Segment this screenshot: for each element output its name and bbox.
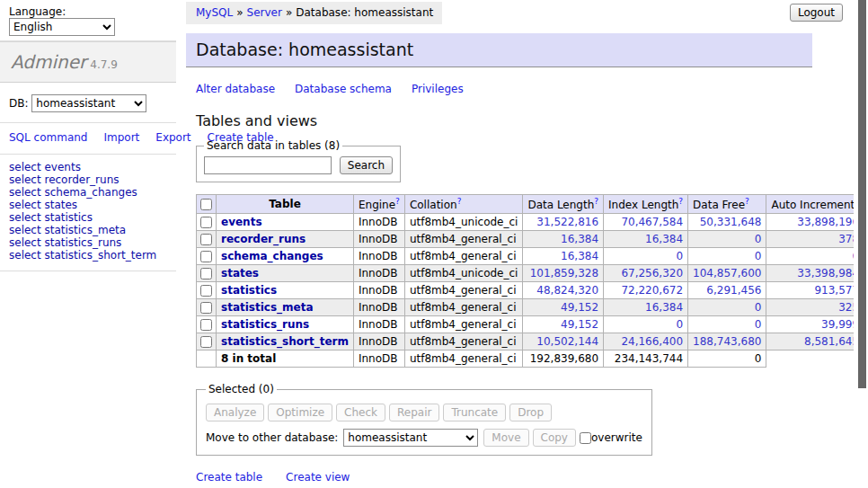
auto-increment-cell: 6 <box>766 248 864 265</box>
row-checkbox-statistics_runs[interactable] <box>200 319 212 331</box>
engine-cell: InnoDB <box>353 248 404 265</box>
table-row-schema_changes: schema_changesInnoDButf8mb4_general_ci16… <box>197 248 868 265</box>
sidebar-select-statistics[interactable]: select statistics <box>9 212 169 224</box>
column-header-label: Data Length <box>527 199 594 211</box>
help-icon[interactable]: ? <box>395 197 400 206</box>
database-schema-link[interactable]: Database schema <box>295 83 392 95</box>
row-checkbox-cell <box>197 248 217 265</box>
column-header-label: Index Length <box>608 199 678 211</box>
optimize-button[interactable]: Optimize <box>268 404 332 421</box>
table-link-states[interactable]: states <box>221 267 259 279</box>
db-select[interactable]: homeassistant <box>31 94 146 112</box>
engine-cell: InnoDB <box>353 265 404 282</box>
index-length-cell: 16,384 <box>604 231 688 248</box>
auto-increment-cell: 39,999 <box>766 316 864 333</box>
table-row-statistics_meta: statistics_metaInnoDButf8mb4_general_ci4… <box>197 299 868 316</box>
repair-button[interactable]: Repair <box>389 404 439 421</box>
row-checkbox-statistics_short_term[interactable] <box>200 336 212 348</box>
breadcrumb-separator: » <box>286 6 292 19</box>
privileges-link[interactable]: Privileges <box>412 83 464 95</box>
table-link-statistics[interactable]: statistics <box>221 284 277 297</box>
logout-button[interactable]: Logout <box>790 4 843 22</box>
search-button[interactable]: Search <box>340 156 393 174</box>
sidebar-select-events[interactable]: select events <box>9 162 169 173</box>
row-checkbox-statistics_meta[interactable] <box>200 302 212 314</box>
engine-cell: InnoDB <box>353 282 404 299</box>
sidebar-select-recorder-runs[interactable]: select recorder_runs <box>9 174 169 186</box>
breadcrumb-link-mysql[interactable]: MySQL <box>196 6 233 19</box>
sidebar-actions: SQL commandImportExportCreate table <box>0 123 176 155</box>
create-table-link[interactable]: Create table <box>196 471 262 484</box>
data-length-cell: 31,522,816 <box>523 214 604 231</box>
alter-database-link[interactable]: Alter database <box>196 83 275 95</box>
select-all-checkbox[interactable] <box>200 199 212 210</box>
engine-cell: InnoDB <box>353 214 404 231</box>
totals-collation-cell: utf8mb4_general_ci <box>404 350 523 368</box>
move-row: Move to other database:homeassistantMove… <box>206 429 642 447</box>
row-checkbox-recorder_runs[interactable] <box>200 234 212 245</box>
help-icon[interactable]: ? <box>594 197 598 206</box>
index-length-cell: 16,384 <box>604 299 688 316</box>
selected-legend: Selected (0) <box>206 383 277 395</box>
sidebar-select-statistics-runs[interactable]: select statistics_runs <box>9 237 169 249</box>
collation-cell: utf8mb4_general_ci <box>404 231 523 248</box>
table-link-statistics_meta[interactable]: statistics_meta <box>221 301 314 314</box>
language-row: Language:English <box>0 0 176 41</box>
row-checkbox-statistics[interactable] <box>200 285 212 297</box>
sidebar-action-import[interactable]: Import <box>103 131 139 144</box>
move-db-select[interactable]: homeassistant <box>343 429 478 447</box>
collation-cell: utf8mb4_general_ci <box>404 299 523 316</box>
table-row-states: statesInnoDButf8mb4_unicode_ci101,859,32… <box>197 265 868 282</box>
table-link-recorder_runs[interactable]: recorder_runs <box>221 233 306 245</box>
tables-body: eventsInnoDButf8mb4_unicode_ci31,522,816… <box>197 214 868 368</box>
copy-button[interactable]: Copy <box>533 429 576 447</box>
sidebar-select-statistics-meta[interactable]: select statistics_meta <box>9 225 169 236</box>
truncate-button[interactable]: Truncate <box>443 404 506 421</box>
language-select[interactable]: English <box>9 18 115 36</box>
totals-empty-cell <box>197 350 217 368</box>
sidebar-action-sql-command[interactable]: SQL command <box>9 131 87 144</box>
row-checkbox-events[interactable] <box>200 217 212 228</box>
row-checkbox-states[interactable] <box>200 268 212 279</box>
search-input[interactable] <box>204 156 332 174</box>
vertical-scrollbar <box>854 0 868 488</box>
sidebar-table-links: select eventsselect recorder_runsselect … <box>0 155 176 271</box>
row-checkbox-schema_changes[interactable] <box>200 251 212 262</box>
engine-cell: InnoDB <box>353 299 404 316</box>
row-checkbox-cell <box>197 265 217 282</box>
help-icon[interactable]: ? <box>457 197 462 206</box>
table-name-cell: statistics_runs <box>217 316 354 333</box>
help-icon[interactable]: ? <box>678 197 683 206</box>
breadcrumb-current: Database: homeassistant <box>296 6 433 19</box>
analyze-button[interactable]: Analyze <box>206 404 264 421</box>
sidebar-select-states[interactable]: select states <box>9 200 169 211</box>
table-link-events[interactable]: events <box>221 216 262 228</box>
create-view-link[interactable]: Create view <box>286 471 350 484</box>
selected-action-buttons: AnalyzeOptimizeCheckRepairTruncateDrop <box>206 404 642 421</box>
breadcrumb-link-server[interactable]: Server <box>247 6 282 19</box>
totals-row: 8 in totalInnoDButf8mb4_general_ci192,83… <box>197 350 868 368</box>
table-name-cell: statistics_meta <box>217 299 354 316</box>
column-header-data-free: Data Free? <box>688 195 766 214</box>
column-header-label: Table <box>269 198 301 210</box>
check-button[interactable]: Check <box>336 404 385 421</box>
scrollbar-thumb[interactable] <box>858 0 866 388</box>
search-fieldset: Search data in tables (8) Search <box>196 139 401 182</box>
data-length-cell: 101,859,328 <box>523 265 604 282</box>
drop-button[interactable]: Drop <box>509 404 552 421</box>
column-header-auto-increment: Auto Increment? <box>766 195 864 214</box>
table-link-statistics_short_term[interactable]: statistics_short_term <box>221 335 349 348</box>
move-button[interactable]: Move <box>483 429 528 447</box>
tables-section-title: Tables and views <box>196 112 812 129</box>
table-link-schema_changes[interactable]: schema_changes <box>221 250 323 262</box>
help-icon[interactable]: ? <box>745 197 749 206</box>
sidebar-select-statistics-short-term[interactable]: select statistics_short_term <box>9 250 169 262</box>
sidebar-select-schema-changes[interactable]: select schema_changes <box>9 187 169 199</box>
totals-index-length-cell: 234,143,744 <box>604 350 688 368</box>
auto-increment-cell: 8,581,645 <box>766 333 864 350</box>
table-link-statistics_runs[interactable]: statistics_runs <box>221 318 309 331</box>
db-label: DB: <box>9 97 29 110</box>
overwrite-checkbox[interactable] <box>580 432 591 444</box>
row-checkbox-cell <box>197 333 217 350</box>
data-length-cell: 16,384 <box>523 248 604 265</box>
